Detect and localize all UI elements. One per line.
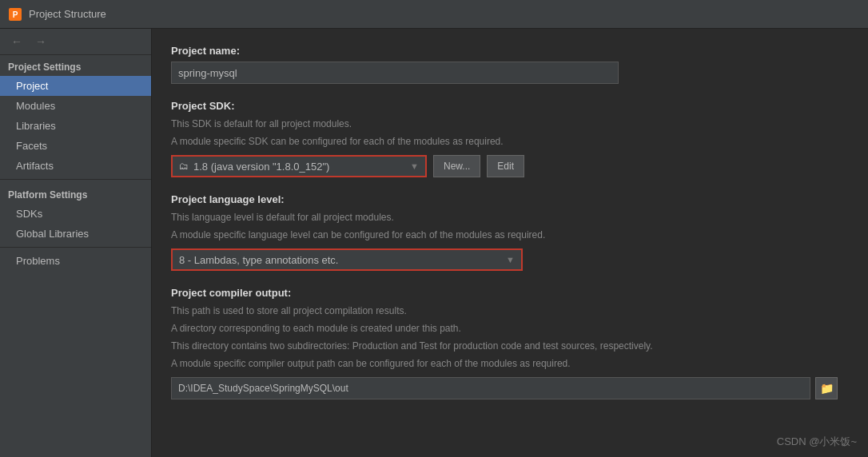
sdk-desc1: This SDK is default for all project modu… xyxy=(171,117,849,131)
sidebar-item-artifacts[interactable]: Artifacts xyxy=(0,156,151,176)
language-desc1: This language level is default for all p… xyxy=(171,210,849,225)
compiler-folder-button[interactable]: 📁 xyxy=(815,377,838,399)
project-compiler-section: Project compiler output: This path is us… xyxy=(171,287,849,399)
window-title: Project Structure xyxy=(29,8,106,20)
project-name-input[interactable] xyxy=(171,62,619,84)
compiler-desc3: This directory contains two subdirectori… xyxy=(171,339,849,353)
compiler-output-row: 📁 xyxy=(171,377,849,399)
edit-sdk-button[interactable]: Edit xyxy=(487,155,524,177)
svg-text:P: P xyxy=(13,10,18,19)
folder-icon: 📁 xyxy=(820,382,834,395)
sidebar-item-global-libraries[interactable]: Global Libraries xyxy=(0,224,151,244)
project-settings-label: Project Settings xyxy=(0,55,151,76)
sdk-chevron-down-icon: ▼ xyxy=(410,161,419,171)
new-sdk-button[interactable]: New... xyxy=(433,155,480,177)
language-level-dropdown[interactable]: 8 - Lambdas, type annotations etc. ▼ xyxy=(171,248,523,271)
sidebar: ← → Project Settings Project Modules Lib… xyxy=(0,29,152,457)
watermark: CSDN @小米饭~ xyxy=(777,435,857,449)
sidebar-item-problems[interactable]: Problems xyxy=(0,251,151,271)
sidebar-item-project[interactable]: Project xyxy=(0,76,151,96)
sidebar-item-facets[interactable]: Facets xyxy=(0,136,151,156)
content-area: Project name: Project SDK: This SDK is d… xyxy=(152,29,868,457)
back-arrow[interactable]: ← xyxy=(8,34,26,50)
sdk-row: 🗂 1.8 (java version "1.8.0_152") ▼ New..… xyxy=(171,155,849,177)
sidebar-divider xyxy=(0,179,151,180)
project-name-section: Project name: xyxy=(171,45,849,84)
compiler-desc1: This path is used to store all project c… xyxy=(171,304,849,318)
platform-settings-label: Platform Settings xyxy=(0,183,151,204)
sidebar-item-modules[interactable]: Modules xyxy=(0,96,151,116)
sidebar-item-sdks[interactable]: SDKs xyxy=(0,204,151,224)
language-level-value: 8 - Lambdas, type annotations etc. xyxy=(179,254,506,266)
compiler-path-input[interactable] xyxy=(171,377,810,399)
project-sdk-label: Project SDK: xyxy=(171,100,849,112)
sidebar-item-libraries[interactable]: Libraries xyxy=(0,116,151,136)
language-desc2: A module specific language level can be … xyxy=(171,228,849,242)
sdk-folder-icon: 🗂 xyxy=(179,161,189,172)
forward-arrow[interactable]: → xyxy=(32,34,50,50)
app-icon: P xyxy=(8,7,22,22)
sdk-value: 1.8 (java version "1.8.0_152") xyxy=(193,161,410,173)
project-name-label: Project name: xyxy=(171,45,849,57)
sdk-desc2: A module specific SDK can be configured … xyxy=(171,134,849,149)
titlebar: P Project Structure xyxy=(0,0,868,29)
project-compiler-label: Project compiler output: xyxy=(171,287,849,299)
language-chevron-down-icon: ▼ xyxy=(506,255,515,264)
sdk-dropdown[interactable]: 🗂 1.8 (java version "1.8.0_152") ▼ xyxy=(171,155,427,177)
project-sdk-section: Project SDK: This SDK is default for all… xyxy=(171,100,849,177)
project-language-section: Project language level: This language le… xyxy=(171,193,849,271)
sidebar-divider-2 xyxy=(0,247,151,248)
project-language-label: Project language level: xyxy=(171,193,849,205)
compiler-desc2: A directory corresponding to each module… xyxy=(171,321,849,336)
compiler-desc4: A module specific compiler output path c… xyxy=(171,356,849,371)
nav-arrows: ← → xyxy=(0,29,151,55)
